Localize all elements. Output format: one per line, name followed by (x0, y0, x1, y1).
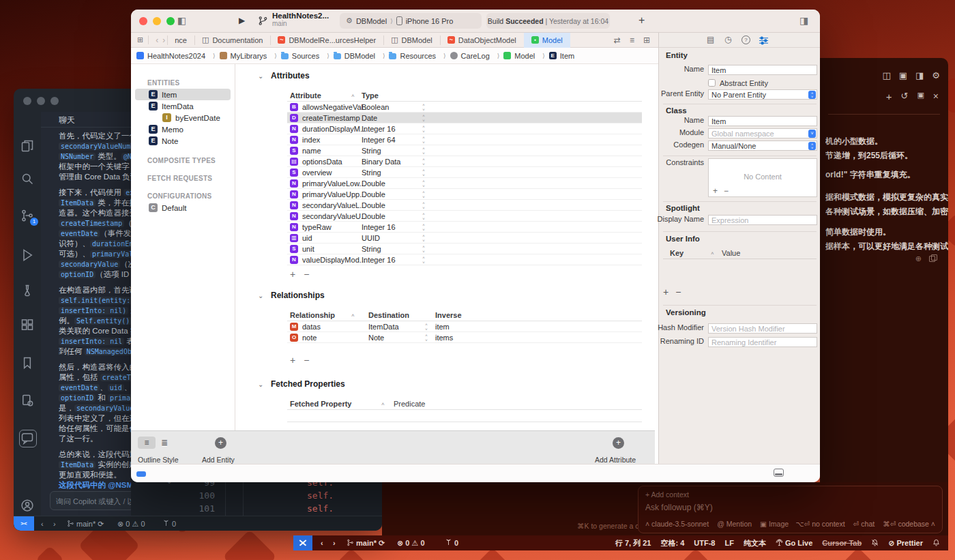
add-editor-icon[interactable]: ⊞ (643, 35, 650, 45)
renaming-id-field[interactable]: Renaming Identifier (708, 337, 817, 347)
problems-status[interactable]: ⊗ 0 ⚠ 0 (397, 535, 425, 550)
type-stepper[interactable] (421, 123, 426, 134)
nav-back[interactable]: ‹ (41, 516, 44, 531)
cursor-chat-input[interactable]: + Add context Ask followup (⌘Y) ˄ claude… (638, 486, 943, 533)
editor-tab[interactable]: nce (167, 33, 194, 48)
relationship-column-header[interactable]: Relationship (290, 311, 335, 319)
type-stepper[interactable] (421, 178, 426, 189)
attribute-row[interactable]: N secondaryValueL... Double (287, 200, 642, 211)
related-items-icon[interactable]: ⊞ (137, 35, 143, 44)
type-stepper[interactable] (421, 254, 426, 265)
codegen-popup[interactable]: Manual/None (708, 141, 817, 151)
attribute-row[interactable]: N primaryValueUpp... Double (287, 189, 642, 200)
breadcrumb-item[interactable]: Model ⟩ (503, 52, 548, 60)
inspector-toggle-icon[interactable]: ◨ (799, 15, 808, 26)
entity-row[interactable]: E Memo (135, 123, 231, 135)
parent-entity-popup[interactable]: No Parent Entity (708, 89, 817, 100)
breadcrumb-item[interactable]: Item ⟩ (549, 52, 574, 60)
window-controls[interactable] (23, 97, 59, 105)
outline-style-segmented-control[interactable]: ≡≣ (138, 437, 173, 449)
add-remove-attribute[interactable]: +− (290, 269, 317, 280)
layout-right-icon[interactable]: ◨ (915, 70, 924, 80)
file-settings-icon[interactable] (20, 394, 35, 409)
editor-tab[interactable]: Model (524, 33, 570, 48)
editor-tab[interactable]: DBModel (383, 33, 440, 48)
bookmark-icon[interactable] (20, 356, 35, 371)
type-stepper[interactable] (421, 211, 426, 222)
sidebar-toggle-icon[interactable]: ◧ (177, 15, 186, 26)
attribute-row[interactable]: ▤ optionsData Binary Data (287, 156, 642, 167)
attribute-row[interactable]: N primaryValueLow... Double (287, 178, 642, 189)
close-chat-icon[interactable]: × (933, 91, 939, 102)
layout-panel-icon[interactable]: ▣ (899, 70, 907, 80)
no-context-hint[interactable]: ⌥⏎ no context (795, 520, 844, 528)
new-chat-icon[interactable]: + (886, 91, 892, 102)
go-live-button[interactable]: Go Live (776, 539, 812, 547)
value-column-header[interactable]: Value (722, 249, 740, 257)
frame-icon[interactable]: ▣ (917, 91, 924, 102)
destination-stepper[interactable] (424, 332, 429, 343)
eol-status[interactable]: LF (724, 539, 733, 547)
code-review-icon[interactable]: ⇄ (614, 35, 621, 45)
breadcrumb-item[interactable]: Resources ⟩ (389, 52, 450, 60)
close-button[interactable] (139, 17, 147, 25)
branch-status[interactable]: main* ⟳ (67, 516, 104, 531)
entity-name-field[interactable]: Item (708, 65, 817, 75)
mention-button[interactable]: @ Mention (717, 520, 752, 528)
breadcrumb-item[interactable]: HealthNotes2024 ⟩ (136, 52, 220, 60)
codebase-hint[interactable]: ⌘⏎ codebase ˄ (883, 520, 935, 528)
attribute-row[interactable]: ▥ uid UUID (287, 233, 642, 244)
attribute-row[interactable]: S name String (287, 145, 642, 156)
scheme-name[interactable]: DBModel (356, 17, 387, 25)
display-name-field[interactable]: Expression (708, 215, 817, 225)
type-stepper[interactable] (421, 233, 426, 244)
type-stepper[interactable] (421, 102, 426, 113)
configuration-row[interactable]: C Default (135, 202, 231, 213)
attributes-inspector-icon[interactable] (759, 36, 769, 47)
nav-forward[interactable]: › (53, 516, 56, 531)
entity-row[interactable]: E Note (135, 135, 231, 147)
nav-back-icon[interactable]: ‹ (156, 35, 158, 45)
hash-modifier-field[interactable]: Version Hash Modifier (708, 323, 817, 334)
breadcrumb-item[interactable]: Sources ⟩ (281, 52, 334, 60)
scroll-indicator[interactable] (136, 471, 146, 477)
prettier-status[interactable]: ⊘ Prettier (888, 539, 923, 548)
cursor-tab-status[interactable]: Cursor Tab (822, 539, 862, 547)
attribute-row[interactable]: N index Integer 64 (287, 134, 642, 145)
attribute-row[interactable]: N durationDisplayM... Integer 16 (287, 123, 642, 134)
notifications-muted-icon[interactable] (871, 539, 879, 547)
add-entity-button[interactable]: + (215, 437, 226, 449)
history-icon[interactable]: ↺ (901, 91, 909, 102)
layout-columns-icon[interactable]: ◫ (882, 70, 890, 80)
remote-indicator[interactable]: >< (14, 516, 34, 531)
editor-tab[interactable]: DBModelRe...urcesHelper (270, 33, 383, 48)
account-icon[interactable] (20, 499, 35, 514)
nav-forward[interactable]: › (333, 535, 336, 550)
scheme-selector[interactable]: ⚙ DBModel ⟩ iPhone 16 Pro (340, 13, 482, 29)
zoom-button[interactable] (50, 97, 59, 105)
line-col-status[interactable]: 行 7, 列 21 (615, 538, 651, 548)
relationship-row[interactable]: O note Note items (287, 332, 642, 343)
graph-style-icon[interactable]: ≣ (156, 437, 173, 449)
minimize-button[interactable] (153, 17, 161, 25)
run-button[interactable]: ▶ (239, 16, 245, 25)
extensions-icon[interactable] (20, 319, 35, 334)
attribute-row[interactable]: D createTimestamp Date (287, 113, 642, 123)
add-remove-user-info[interactable]: +− (663, 286, 688, 297)
table-style-icon[interactable]: ≡ (138, 437, 156, 449)
history-inspector-icon[interactable]: ◷ (724, 35, 731, 44)
ports-status[interactable]: 0 (162, 516, 176, 531)
attribute-row[interactable]: S overview String (287, 167, 642, 178)
close-button[interactable] (23, 97, 31, 105)
source-control-icon[interactable]: 1 (20, 209, 35, 224)
fetched-property-column-header[interactable]: Fetched Property (290, 400, 351, 408)
class-name-field[interactable]: Item (708, 116, 817, 126)
entity-row[interactable]: E Item (135, 89, 231, 100)
attribute-row[interactable]: N valueDisplayMod... Integer 16 (287, 254, 642, 265)
abstract-entity-checkbox[interactable] (708, 79, 716, 87)
inverse-column-header[interactable]: Inverse (435, 311, 462, 319)
language-status[interactable]: 纯文本 (744, 538, 766, 548)
minimap-icon[interactable]: ≡ (630, 35, 634, 45)
type-stepper[interactable] (421, 244, 426, 254)
add-attribute-button[interactable]: + (613, 437, 624, 449)
